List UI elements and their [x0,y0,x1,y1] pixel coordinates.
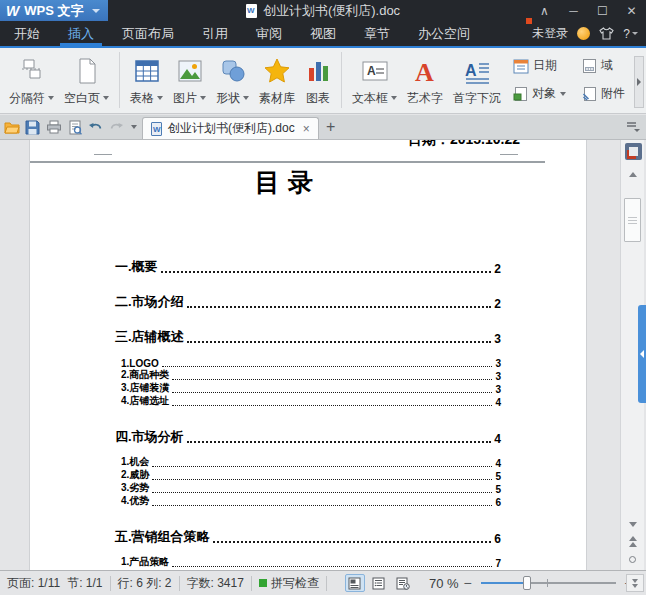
open-folder-button[interactable] [2,117,21,137]
toc-entry-page: 3 [494,332,501,346]
shapes-button[interactable]: 形状 [211,51,254,109]
toc-entry[interactable]: 三.店辅概述3 [115,328,501,346]
ribbon-separator [341,52,342,108]
previous-page-button[interactable] [625,534,640,548]
print-button[interactable] [44,117,63,137]
next-page-button[interactable] [626,574,644,592]
undo-button[interactable] [86,117,105,137]
chart-button[interactable]: 图表 [300,51,336,109]
toc-entry[interactable]: 二.市场介绍2 [115,293,501,311]
text-box-button[interactable]: A 文本框 [347,51,402,109]
save-button[interactable] [23,117,42,137]
word-art-button[interactable]: A 艺术字 [402,51,448,109]
zoom-out-button[interactable]: − [459,575,477,591]
field-button[interactable]: 域 [579,55,628,76]
date-button[interactable]: 日期 [510,55,569,76]
login-button[interactable]: 未登录 [530,25,568,42]
menu-tab-2[interactable]: 页面布局 [108,21,188,46]
toc-entry[interactable]: 3.店铺装潢3 [115,382,501,395]
menu-tab-7[interactable]: 办公空间 [404,21,484,46]
redo-button[interactable] [107,117,126,137]
chevron-down-icon [131,125,137,129]
toc-entry[interactable]: 4.优势6 [115,495,501,508]
menu-tab-6[interactable]: 章节 [350,21,404,46]
page-break-button[interactable]: 分隔符 [4,51,59,109]
toc-entry-label: 四.市场分析 [115,428,184,446]
double-chevron-down-icon [632,579,638,583]
print-preview-icon [68,120,82,135]
toc-entry-page: 4 [495,397,501,408]
tab-close-icon[interactable]: × [303,122,310,136]
date-line[interactable]: 日期：2015.10.22 [408,140,520,149]
ribbon-expand-button[interactable] [634,56,644,108]
toc-entry[interactable]: 4.店铺选址4 [115,395,501,408]
zoom-slider[interactable] [481,575,616,591]
maximize-button[interactable]: ☐ [588,0,617,21]
section-indicator[interactable]: 节: 1/1 [67,575,109,592]
toc-entry[interactable]: 1.LOGO3 [115,356,501,369]
skin-theme-icon[interactable] [599,27,614,40]
quick-access-dropdown[interactable] [128,117,140,137]
picture-icon [176,54,204,88]
document-workspace: 日期：2015.10.22 目录 一.概要2二.市场介绍2三.店辅概述31.LO… [0,140,646,570]
picture-button[interactable]: 图片 [168,51,211,109]
toc-entry[interactable]: 1.机会4 [115,456,501,469]
spell-check-button[interactable]: 拼写检查 [252,575,326,592]
toc-entry-page: 7 [495,558,501,569]
object-icon [513,86,528,102]
drop-cap-button[interactable]: A 首字下沉 [448,51,506,109]
blank-page-button[interactable]: 空白页 [59,51,114,109]
member-coin-icon[interactable] [577,27,590,40]
zoom-100-tick [547,579,548,587]
new-tab-button[interactable]: + [319,115,343,139]
toc-entry[interactable]: 2.商品种类3 [115,369,501,382]
redo-icon [109,121,124,133]
toc-entry-label: 一.概要 [115,258,158,276]
toc-entry[interactable]: 五.营销组合策略6 [115,528,501,546]
scrollbar-thumb[interactable] [624,198,641,242]
help-button[interactable]: ? [623,27,638,41]
menu-tab-5[interactable]: 视图 [296,21,350,46]
menu-tab-1[interactable]: 插入 [54,21,108,46]
menu-tab-3[interactable]: 引用 [188,21,242,46]
document-tab-active[interactable]: 创业计划书(便利店).doc × [142,117,319,139]
scroll-down-button[interactable] [625,517,640,531]
wps-app-menu-button[interactable]: W WPS 文字 [0,0,108,21]
toc-entry[interactable]: 1.产品策略7 [115,556,501,569]
object-button[interactable]: 对象 [510,83,569,104]
zoom-slider-handle[interactable] [523,576,531,590]
line-column-indicator[interactable]: 行: 6 列: 2 [111,575,179,592]
table-button[interactable]: 表格 [125,51,168,109]
ruler-toggle-button[interactable] [625,143,642,160]
task-pane-pull-tab[interactable] [638,305,646,403]
toc-entry-label: 3.店铺装潢 [121,381,169,395]
minimize-button[interactable]: ─ [559,0,588,21]
page-view-button[interactable] [345,574,365,592]
toc-entry[interactable]: 一.概要2 [115,258,501,276]
print-preview-button[interactable] [65,117,84,137]
asset-library-button[interactable]: 素材库 [254,51,300,109]
page-indicator[interactable]: 页面: 1/11 [0,575,67,592]
menu-tab-0[interactable]: 开始 [0,21,54,46]
dot-leader [187,341,492,343]
toc-entry-page: 4 [495,458,501,469]
divider [326,576,327,591]
dot-leader [172,379,492,380]
word-count-indicator[interactable]: 字数: 3417 [180,575,251,592]
outline-view-button[interactable] [369,574,389,592]
toc-entry[interactable]: 3.劣势5 [115,482,501,495]
scroll-up-button[interactable] [625,167,640,181]
attachment-button[interactable]: 附件 [579,83,628,104]
toc-entry[interactable]: 2.威胁5 [115,469,501,482]
toc-title[interactable]: 目录 [30,166,546,199]
close-button[interactable]: ✕ [617,0,646,21]
collapse-ribbon-button[interactable]: ∧ [530,0,559,21]
zoom-percentage[interactable]: 70 % [429,576,459,591]
web-layout-view-button[interactable] [393,574,413,592]
menu-tab-4[interactable]: 审阅 [242,21,296,46]
toolbar-options-button[interactable] [626,115,646,139]
select-browse-object-button[interactable] [625,552,640,566]
document-page[interactable]: 日期：2015.10.22 目录 一.概要2二.市场介绍2三.店辅概述31.LO… [30,140,586,570]
print-icon [46,120,62,134]
toc-entry[interactable]: 四.市场分析4 [115,428,501,446]
